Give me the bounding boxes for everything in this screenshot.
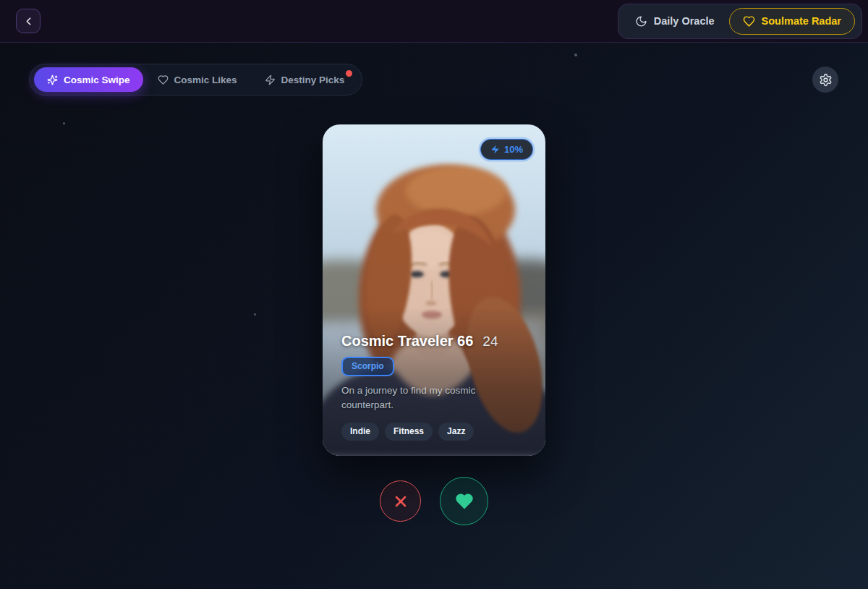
tab-label: Cosmic Likes [174,75,237,85]
tab-destiny-picks[interactable]: Destiny Picks [252,67,358,92]
star-dot [574,54,577,56]
tab-bar: Cosmic Swipe Cosmic Likes Destiny Picks [29,64,362,96]
profile-age: 24 [482,334,498,349]
sparkles-icon [47,75,58,85]
app-root: Daily Oracle Soulmate Radar Cosmic Swipe [0,0,868,589]
gear-icon [819,73,833,87]
interest-tag: Indie [341,423,379,441]
daily-oracle-label: Daily Oracle [654,15,715,27]
profile-info: Cosmic Traveler 66 24 Scorpio On a journ… [323,333,545,457]
action-buttons [380,477,488,525]
zodiac-badge: Scorpio [341,357,394,376]
zap-icon [265,75,276,85]
tab-label: Destiny Picks [281,75,345,85]
heart-icon [158,75,169,85]
tab-cosmic-likes[interactable]: Cosmic Likes [145,67,250,92]
star-dot [254,313,256,315]
interest-tags: Indie Fitness Jazz [341,423,529,441]
soulmate-radar-label: Soulmate Radar [762,15,841,27]
profile-card[interactable]: 10% Cosmic Traveler 66 24 Scorpio On a j… [323,124,545,456]
moon-icon [635,15,647,27]
match-percent-badge: 10% [480,139,533,160]
tab-cosmic-swipe[interactable]: Cosmic Swipe [34,67,143,92]
heart-outline-icon [743,15,755,27]
match-percent-value: 10% [504,144,523,155]
star-dot [63,122,65,124]
top-bar: Daily Oracle Soulmate Radar [0,0,868,43]
like-button[interactable] [440,477,488,525]
daily-oracle-button[interactable]: Daily Oracle [625,9,725,33]
interest-tag: Jazz [438,423,474,441]
name-row: Cosmic Traveler 66 24 [341,333,529,349]
top-bar-actions: Daily Oracle Soulmate Radar [618,4,862,39]
settings-button[interactable] [812,67,838,93]
interest-tag: Fitness [385,423,433,441]
soulmate-radar-button[interactable]: Soulmate Radar [729,8,855,35]
tab-label: Cosmic Swipe [64,75,130,85]
profile-bio: On a journey to find my cosmic counterpa… [341,384,502,413]
chevron-left-icon [22,15,35,27]
x-icon [392,493,409,510]
back-button[interactable] [16,9,41,33]
lightning-bolt-icon [490,145,500,154]
profile-name: Cosmic Traveler 66 [341,333,473,349]
heart-filled-icon [454,491,475,512]
main-content: Cosmic Swipe Cosmic Likes Destiny Picks [0,43,868,589]
pass-button[interactable] [380,480,421,522]
